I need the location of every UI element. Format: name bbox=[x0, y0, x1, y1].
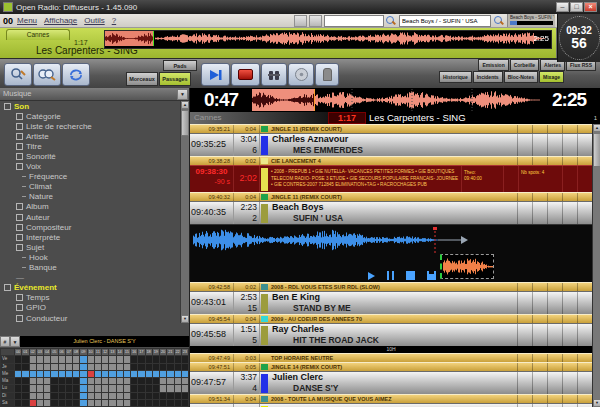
schedule-cell[interactable] bbox=[146, 356, 152, 362]
tree-item-titre[interactable]: Titre bbox=[0, 141, 181, 151]
schedule-cell[interactable] bbox=[80, 378, 86, 384]
onair-waveform[interactable]: 2:25 bbox=[104, 30, 552, 49]
schedule-cell[interactable] bbox=[80, 400, 86, 406]
schedule-cell[interactable] bbox=[59, 393, 65, 399]
schedule-cell[interactable] bbox=[124, 356, 130, 362]
schedule-cell[interactable] bbox=[66, 378, 72, 384]
track-search-icon[interactable] bbox=[493, 15, 504, 26]
schedule-cell[interactable] bbox=[138, 385, 144, 391]
schedule-cell[interactable] bbox=[167, 356, 173, 362]
menu-item-outils[interactable]: Outils bbox=[84, 16, 104, 25]
schedule-cell[interactable] bbox=[146, 393, 152, 399]
schedule-cell[interactable] bbox=[30, 356, 36, 362]
schedule-cell[interactable] bbox=[109, 371, 115, 377]
schedule-cell[interactable] bbox=[109, 393, 115, 399]
schedule-cell[interactable] bbox=[30, 378, 36, 384]
playlist-row-ads[interactable]: 09:38:30-90 s2:02• 2008 - PREPUB 1 • GIE… bbox=[190, 165, 592, 192]
schedule-cell[interactable] bbox=[146, 371, 152, 377]
schedule-cell[interactable] bbox=[182, 393, 188, 399]
schedule-cell[interactable] bbox=[15, 378, 21, 384]
scroll-up-icon[interactable]: ▲ bbox=[593, 124, 600, 132]
tree-item-temps[interactable]: Temps bbox=[0, 293, 181, 303]
schedule-cell[interactable] bbox=[167, 364, 173, 370]
schedule-cell[interactable] bbox=[37, 400, 43, 406]
tab-pads[interactable]: Pads bbox=[163, 60, 197, 71]
playlist-row-jingle[interactable]: 09:47:490:03TOP HORAIRE NEUTRE bbox=[190, 353, 592, 362]
schedule-cell[interactable] bbox=[175, 364, 181, 370]
schedule-cell[interactable] bbox=[117, 378, 123, 384]
checkbox-icon[interactable] bbox=[16, 224, 23, 231]
schedule-cell[interactable] bbox=[59, 378, 65, 384]
tree-item-voix[interactable]: Voix bbox=[0, 162, 181, 172]
grid-options-button[interactable]: # bbox=[0, 336, 10, 347]
schedule-cell[interactable] bbox=[153, 385, 159, 391]
schedule-cell[interactable] bbox=[109, 385, 115, 391]
schedule-cell[interactable] bbox=[30, 364, 36, 370]
menu-item-menu[interactable]: Menu bbox=[17, 16, 37, 25]
person-button[interactable] bbox=[315, 63, 339, 86]
tree-item-auteur[interactable]: Auteur bbox=[0, 212, 181, 222]
schedule-cell[interactable] bbox=[182, 400, 188, 406]
schedule-cell[interactable] bbox=[95, 393, 101, 399]
menu-item-affichage[interactable]: Affichage bbox=[44, 16, 77, 25]
tree-item-gpio[interactable]: GPIO bbox=[0, 303, 181, 313]
cd-button[interactable] bbox=[288, 63, 314, 86]
schedule-cell[interactable] bbox=[182, 371, 188, 377]
schedule-cell[interactable] bbox=[80, 385, 86, 391]
maximize-button[interactable] bbox=[570, 2, 583, 12]
tab-blocnotes[interactable]: Bloc-Notes bbox=[504, 71, 538, 83]
schedule-cell[interactable] bbox=[37, 356, 43, 362]
schedule-cell[interactable] bbox=[102, 378, 108, 384]
grid-dropdown-button[interactable]: ▼ bbox=[10, 336, 20, 347]
pause-icon[interactable] bbox=[387, 271, 394, 280]
schedule-cell[interactable] bbox=[160, 371, 166, 377]
scroll-up-icon[interactable]: ▲ bbox=[181, 101, 189, 109]
tree-item-conducteur[interactable]: Conducteur bbox=[0, 313, 181, 323]
schedule-cell[interactable] bbox=[117, 356, 123, 362]
playlist-row-jingle[interactable]: 09:42:580:022008 - RDL VOUS ETES SUR RDL… bbox=[190, 282, 592, 291]
toolbar-mini-button-2[interactable] bbox=[309, 15, 322, 27]
tree-item-[interactable]: — bbox=[0, 273, 181, 283]
schedule-cell[interactable] bbox=[15, 356, 21, 362]
current-track-waveform[interactable] bbox=[252, 89, 538, 111]
schedule-cell[interactable] bbox=[22, 378, 28, 384]
playlist-row-song[interactable]: 09:35:253:046Charles AznavourMES EMMERDE… bbox=[190, 133, 592, 156]
tree-item-climat[interactable]: Climat bbox=[0, 182, 181, 192]
playlist-scroll-thumb[interactable] bbox=[593, 133, 600, 167]
tree-item-artiste[interactable]: Artiste bbox=[0, 131, 181, 141]
playlist-scrollbar[interactable]: ▲ ▼ bbox=[592, 124, 600, 407]
schedule-cell[interactable] bbox=[44, 400, 50, 406]
schedule-cell[interactable] bbox=[37, 385, 43, 391]
schedule-cell[interactable] bbox=[102, 385, 108, 391]
schedule-cell[interactable] bbox=[138, 356, 144, 362]
schedule-cell[interactable] bbox=[73, 385, 79, 391]
schedule-cell[interactable] bbox=[138, 400, 144, 406]
checkbox-icon[interactable] bbox=[16, 234, 23, 241]
schedule-cell[interactable] bbox=[66, 356, 72, 362]
stop-icon[interactable] bbox=[406, 271, 415, 280]
tree-item-frquence[interactable]: Fréquence bbox=[0, 172, 181, 182]
refresh-button[interactable] bbox=[62, 63, 90, 86]
schedule-cell[interactable] bbox=[15, 371, 21, 377]
tab-morceaux[interactable]: Morceaux bbox=[126, 72, 158, 86]
play-icon[interactable] bbox=[368, 272, 375, 280]
schedule-cell[interactable] bbox=[167, 400, 173, 406]
schedule-cell[interactable] bbox=[80, 356, 86, 362]
search-icon[interactable] bbox=[385, 15, 396, 26]
tree-item-hook[interactable]: Hook bbox=[0, 252, 181, 262]
schedule-cell[interactable] bbox=[73, 378, 79, 384]
schedule-cell[interactable] bbox=[153, 378, 159, 384]
schedule-cell[interactable] bbox=[51, 364, 57, 370]
link-edit-button[interactable] bbox=[33, 63, 61, 86]
tree-item-listederecherche[interactable]: Liste de recherche bbox=[0, 121, 181, 131]
checkbox-icon[interactable] bbox=[16, 304, 23, 311]
now-playing-row[interactable]: Cannes 1:17 Les Carpenters - SING 1 bbox=[190, 112, 600, 124]
schedule-cell[interactable] bbox=[131, 371, 137, 377]
schedule-cell[interactable] bbox=[182, 378, 188, 384]
schedule-cell[interactable] bbox=[175, 371, 181, 377]
toolbar-mini-button[interactable] bbox=[294, 15, 307, 27]
schedule-cell[interactable] bbox=[22, 393, 28, 399]
schedule-cell[interactable] bbox=[153, 400, 159, 406]
schedule-cell[interactable] bbox=[138, 378, 144, 384]
schedule-cell[interactable] bbox=[51, 371, 57, 377]
